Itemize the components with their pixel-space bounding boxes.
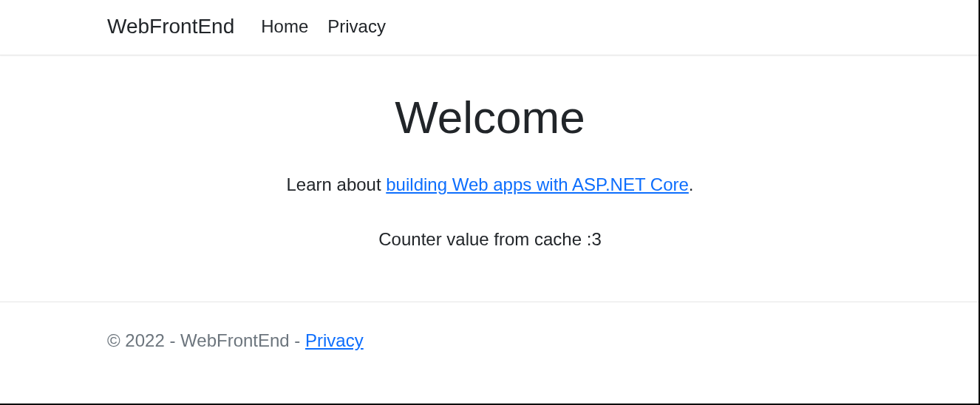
nav-privacy[interactable]: Privacy	[327, 16, 386, 37]
nav-links: Home Privacy	[261, 16, 386, 37]
learn-link[interactable]: building Web apps with ASP.NET Core	[386, 174, 689, 194]
counter-value: 3	[591, 229, 601, 249]
footer: © 2022 - WebFrontEnd - Privacy	[0, 302, 980, 351]
counter-prefix: Counter value from cache :	[378, 229, 591, 249]
learn-prefix: Learn about	[286, 174, 386, 194]
page-heading: Welcome	[0, 91, 980, 143]
nav-home[interactable]: Home	[261, 16, 308, 37]
footer-copyright: © 2022 - WebFrontEnd -	[107, 330, 305, 350]
navbar: WebFrontEnd Home Privacy	[0, 0, 980, 55]
main-content: Welcome Learn about building Web apps wi…	[0, 55, 980, 302]
footer-privacy-link[interactable]: Privacy	[305, 330, 364, 350]
learn-line: Learn about building Web apps with ASP.N…	[0, 174, 980, 195]
navbar-inner: WebFrontEnd Home Privacy	[0, 0, 980, 55]
learn-suffix: .	[689, 174, 694, 194]
brand-link[interactable]: WebFrontEnd	[107, 15, 234, 38]
counter-line: Counter value from cache :3	[0, 229, 980, 250]
